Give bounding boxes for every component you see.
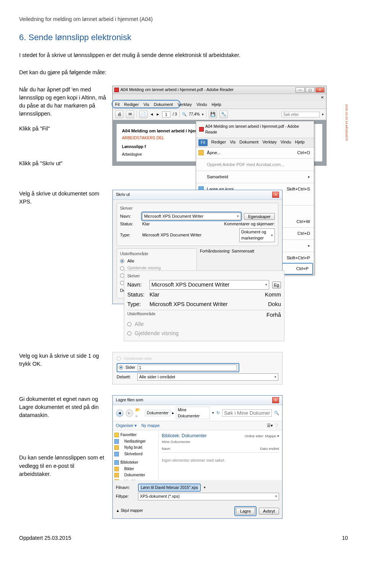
- range-legend: Utskriftsområde: [120, 251, 193, 257]
- eg-button[interactable]: Eg: [272, 282, 281, 288]
- footer-date: Oppdatert 25.03.2015: [19, 534, 71, 542]
- menu-verktoy[interactable]: Verktøy: [262, 139, 276, 146]
- breadcrumb[interactable]: 📂 « Dokumenter▸ Mine Dokumenter: [135, 407, 210, 419]
- step5-text: Gi dokumentet et egnet navn og Lagre dok…: [19, 395, 107, 419]
- page-total: / 3: [173, 112, 177, 117]
- help-button[interactable]: ❔: [274, 423, 279, 428]
- menu-fil-selected[interactable]: Fil: [198, 139, 208, 146]
- dialog-title: Skriv ut: [116, 192, 130, 198]
- filtype-select[interactable]: XPS-dokument (*.xps)▾: [138, 493, 279, 500]
- radio-sider-3[interactable]: [119, 365, 123, 370]
- menu-dokument[interactable]: Dokument: [239, 139, 258, 146]
- pdf-icon: [114, 88, 119, 92]
- status-label: Status:: [120, 221, 139, 227]
- search-input[interactable]: [281, 112, 320, 117]
- menu-vis[interactable]: Vis: [230, 139, 235, 146]
- menubar: Fil Rediger Vis Dokument Verktøy Vindu H…: [113, 101, 326, 109]
- filnavn-input[interactable]: Lønn til David februar 2015".xps: [140, 485, 199, 490]
- fwd-button[interactable]: ►: [126, 409, 133, 417]
- tool-icon[interactable]: 🔧: [219, 111, 228, 118]
- avbryt-button[interactable]: Avbryt: [259, 508, 279, 515]
- sider-input-3[interactable]: [138, 365, 237, 371]
- close-button[interactable]: ✕: [315, 87, 325, 93]
- menu-hjelp[interactable]: Hjelp: [212, 102, 221, 108]
- step1-text-a: Når du har åpnet pdf 'en med lønnsslipp …: [19, 86, 107, 118]
- zoom-value: 77,4%: [189, 112, 200, 117]
- minimize-button[interactable]: —: [296, 87, 305, 93]
- menu-vindu[interactable]: Vindu: [196, 102, 207, 108]
- menu-verktoy[interactable]: Verktøy: [177, 102, 192, 108]
- section-heading: 6. Sende lønnslipp elektronisk: [19, 31, 348, 44]
- tree-dokumenter: Dokumenter: [113, 472, 158, 479]
- radio-alle-2[interactable]: [127, 322, 132, 326]
- radio-gjvis-2[interactable]: [127, 331, 132, 336]
- menu-fil[interactable]: Fil: [115, 102, 120, 108]
- tree-bilder: Bilder: [113, 466, 158, 472]
- radio-gjvis[interactable]: [120, 266, 124, 270]
- toolbar: 🖨 ✉ 📄 ◄ ► / 3 🔍 77,4% ▾ 💾 🔧: [113, 109, 326, 120]
- menu-vindu[interactable]: Vindu: [281, 139, 291, 146]
- status-value: Klar: [142, 221, 150, 227]
- close-x[interactable]: ✕: [321, 95, 324, 99]
- nymappe-button[interactable]: Ny mappe: [141, 423, 160, 428]
- tree-nylig: Nylig brukt: [113, 445, 158, 451]
- step3-text: Velg å skrive ut dokumentet som XPS.: [19, 190, 107, 206]
- menu-item[interactable]: Åpne...Ctrl+O: [196, 148, 314, 158]
- col-navn[interactable]: Navn: [162, 446, 170, 451]
- type-value: Microsoft XPS Document Writer: [142, 232, 201, 238]
- folder-icon: [198, 150, 204, 155]
- filnavn-label: Filnavn:: [116, 485, 135, 490]
- kommentarer-select[interactable]: Dokument og markeringer▾: [239, 228, 275, 242]
- delsett-select-3[interactable]: Alle sider i området▾: [137, 373, 278, 381]
- printer-select[interactable]: Microsoft XPS Document Writer▾: [142, 213, 241, 220]
- maximize-button[interactable]: ▢: [305, 87, 315, 93]
- dropdown-title: A04 Melding om lønnet arbeid i hjemmet.p…: [205, 124, 311, 135]
- intro-paragraph-2: Det kan du gjøre på følgende måte:: [19, 68, 348, 77]
- kommentarer-label: Kommentarer og skjemaer:: [224, 221, 275, 227]
- print-sub-panel: Skriver Navn: Microsoft XPS Document Wri…: [124, 270, 284, 341]
- empty-message: Ingen elementer stemmer med søket.: [162, 458, 279, 464]
- radio-alle[interactable]: [120, 259, 124, 263]
- page-header: Veiledning for melding om lønnet arbeid …: [19, 15, 348, 23]
- skjul-mapper[interactable]: ▲ Skjul mapper: [116, 508, 143, 514]
- skriver-legend: Skriver: [120, 205, 275, 211]
- side-stamp: 2015-10-23 14 AR1610075: [344, 104, 349, 141]
- email-toolbar-icon[interactable]: ✉: [126, 111, 134, 118]
- step2-text: Klikk på "Skriv ut": [19, 160, 107, 168]
- menu-item[interactable]: Samarbeid▸: [196, 172, 314, 182]
- filtype-label: Filtype:: [116, 494, 135, 499]
- tree-nedlastinger: Nedlastinger: [113, 438, 158, 445]
- print-toolbar-icon[interactable]: 🖨: [115, 111, 123, 118]
- page-input[interactable]: [162, 111, 171, 117]
- dialog-close-button[interactable]: ✕: [272, 192, 279, 198]
- save-toolbar-icon[interactable]: 💾: [209, 111, 217, 118]
- view-button[interactable]: ☰▾: [267, 423, 273, 428]
- window-title: A04 Melding om lønnet arbeid i hjemmet.p…: [120, 87, 234, 93]
- sort-label[interactable]: Ordne etter: Mappe ▾: [245, 433, 279, 439]
- egenskaper-button[interactable]: Egenskaper: [244, 213, 275, 220]
- menu-rediger[interactable]: Rediger: [211, 139, 226, 146]
- printer-select-2[interactable]: Microsoft XPS Document Writer▾: [149, 280, 269, 290]
- save-dialog-title: Lagre filen som: [116, 397, 143, 403]
- organiser-button[interactable]: Organiser ▾: [116, 423, 137, 428]
- save-dialog-close[interactable]: ✕: [272, 397, 279, 403]
- pdf-icon: [199, 127, 204, 132]
- tree-skrivebord: Skrivebord: [113, 451, 158, 458]
- tree-favoritter: Favoritter: [113, 432, 158, 438]
- menu-rediger[interactable]: Rediger: [124, 102, 139, 108]
- menu-vis[interactable]: Vis: [143, 102, 149, 108]
- lagre-button[interactable]: Lagre: [236, 508, 255, 515]
- menu-dokument[interactable]: Dokument: [154, 102, 173, 108]
- step1-text-b: Klikk på "Fil": [19, 125, 107, 133]
- menu-item[interactable]: Opprett Adobe PDF med Acrobat.com...: [196, 160, 314, 170]
- library-subtitle: Mine Dokumenter: [162, 439, 206, 445]
- page-icon[interactable]: 📄: [139, 111, 148, 118]
- col-dato[interactable]: Dato endret: [260, 446, 279, 451]
- menu-hjelp[interactable]: Hjelp: [295, 139, 305, 146]
- folder-tree[interactable]: Favoritter Nedlastinger Nylig brukt Skri…: [113, 430, 159, 480]
- back-button[interactable]: ◄: [116, 409, 123, 417]
- save-search-input[interactable]: [222, 409, 272, 417]
- library-title: Bibliotek: Dokumenter: [162, 433, 206, 439]
- step4-text: Velg og kun å skrive ut side 1 og trykk …: [19, 352, 107, 368]
- radio-gjside-3[interactable]: [117, 357, 121, 361]
